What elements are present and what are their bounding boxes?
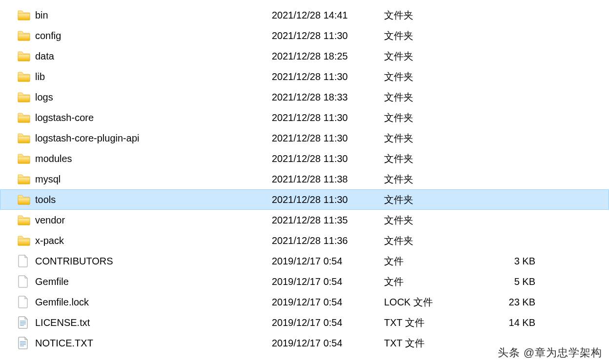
file-row[interactable]: Gemfile.lock2019/12/17 0:54LOCK 文件23 KB <box>0 292 609 312</box>
file-name: logstash-core <box>35 112 272 123</box>
folder-icon <box>18 10 30 20</box>
file-size: 3 KB <box>496 256 540 267</box>
file-date: 2021/12/28 11:30 <box>272 112 384 123</box>
file-name: LICENSE.txt <box>35 317 272 328</box>
file-date: 2021/12/28 18:33 <box>272 92 384 103</box>
file-row[interactable]: x-pack2021/12/28 11:36文件夹 <box>0 230 609 251</box>
file-row[interactable]: modules2021/12/28 11:30文件夹 <box>0 148 609 169</box>
folder-icon <box>18 174 30 184</box>
file-date: 2021/12/28 11:30 <box>272 133 384 144</box>
file-icon <box>18 296 28 308</box>
file-row[interactable]: tools2021/12/28 11:30文件夹 <box>0 189 609 210</box>
file-row[interactable]: CONTRIBUTORS2019/12/17 0:54文件3 KB <box>0 251 609 271</box>
file-date: 2021/12/28 14:41 <box>272 10 384 21</box>
icon-cell <box>18 316 35 329</box>
file-date: 2021/12/28 11:36 <box>272 235 384 246</box>
file-type: 文件夹 <box>384 70 496 83</box>
file-name: lib <box>35 71 272 82</box>
file-row[interactable]: data2021/12/28 18:25文件夹 <box>0 46 609 66</box>
file-date: 2019/12/17 0:54 <box>272 256 384 267</box>
file-date: 2021/12/28 11:30 <box>272 194 384 205</box>
file-type: 文件夹 <box>384 50 496 63</box>
file-row[interactable]: lib2021/12/28 11:30文件夹 <box>0 66 609 87</box>
icon-cell <box>18 71 35 82</box>
file-name: modules <box>35 153 272 164</box>
file-name: vendor <box>35 215 272 226</box>
file-type: 文件夹 <box>384 214 496 227</box>
icon-cell <box>18 275 35 288</box>
icon-cell <box>18 296 35 308</box>
folder-icon <box>18 30 30 41</box>
file-type: 文件 <box>384 255 496 268</box>
icon-cell <box>18 51 35 61</box>
folder-icon <box>18 51 30 61</box>
file-name: Gemfile <box>35 276 272 287</box>
file-icon <box>18 255 28 267</box>
folder-icon <box>18 71 30 82</box>
folder-icon <box>18 194 30 205</box>
file-size: 14 KB <box>496 317 540 328</box>
txt-file-icon <box>18 337 28 349</box>
file-row[interactable]: LICENSE.txt2019/12/17 0:54TXT 文件14 KB <box>0 312 609 333</box>
icon-cell <box>18 235 35 246</box>
file-row[interactable]: vendor2021/12/28 11:35文件夹 <box>0 210 609 230</box>
folder-icon <box>18 235 30 246</box>
file-row[interactable]: mysql2021/12/28 11:38文件夹 <box>0 169 609 189</box>
file-size: 5 KB <box>496 276 540 287</box>
file-type: 文件夹 <box>384 173 496 186</box>
file-type: 文件 <box>384 275 496 288</box>
file-type: 文件夹 <box>384 193 496 206</box>
file-name: data <box>35 51 272 62</box>
file-type: LOCK 文件 <box>384 296 496 309</box>
folder-icon <box>18 133 30 143</box>
file-row[interactable]: bin2021/12/28 14:41文件夹 <box>0 5 609 25</box>
file-name: Gemfile.lock <box>35 297 272 308</box>
folder-icon <box>18 92 30 102</box>
folder-icon <box>18 112 30 123</box>
file-name: tools <box>35 194 272 205</box>
file-type: 文件夹 <box>384 234 496 247</box>
icon-cell <box>18 112 35 123</box>
icon-cell <box>18 194 35 205</box>
file-type: 文件夹 <box>384 91 496 104</box>
file-date: 2019/12/17 0:54 <box>272 338 384 349</box>
file-name: CONTRIBUTORS <box>35 256 272 267</box>
file-type: 文件夹 <box>384 132 496 145</box>
file-type: 文件夹 <box>384 9 496 22</box>
folder-icon <box>18 215 30 225</box>
folder-icon <box>18 153 30 164</box>
file-list[interactable]: bin2021/12/28 14:41文件夹 config2021/12/28 … <box>0 0 609 353</box>
file-name: NOTICE.TXT <box>35 338 272 349</box>
txt-file-icon <box>18 316 28 329</box>
file-type: TXT 文件 <box>384 316 496 329</box>
file-row[interactable]: Gemfile2019/12/17 0:54文件5 KB <box>0 271 609 292</box>
icon-cell <box>18 215 35 225</box>
file-row[interactable]: config2021/12/28 11:30文件夹 <box>0 25 609 46</box>
file-name: logs <box>35 92 272 103</box>
file-row[interactable]: logstash-core2021/12/28 11:30文件夹 <box>0 107 609 128</box>
file-row[interactable]: logs2021/12/28 18:33文件夹 <box>0 87 609 107</box>
file-name: logstash-core-plugin-api <box>35 133 272 144</box>
file-type: 文件夹 <box>384 29 496 42</box>
file-name: mysql <box>35 174 272 185</box>
file-row[interactable]: logstash-core-plugin-api2021/12/28 11:30… <box>0 128 609 148</box>
file-date: 2021/12/28 11:30 <box>272 71 384 82</box>
file-type: TXT 文件 <box>384 337 496 350</box>
file-date: 2021/12/28 18:25 <box>272 51 384 62</box>
file-type: 文件夹 <box>384 152 496 165</box>
file-size: 23 KB <box>496 297 540 308</box>
icon-cell <box>18 337 35 349</box>
icon-cell <box>18 92 35 102</box>
file-icon <box>18 275 28 288</box>
icon-cell <box>18 133 35 143</box>
watermark-text: 头条 @章为忠学架构 <box>496 344 604 361</box>
icon-cell <box>18 10 35 20</box>
icon-cell <box>18 153 35 164</box>
file-date: 2021/12/28 11:30 <box>272 30 384 41</box>
file-type: 文件夹 <box>384 111 496 124</box>
icon-cell <box>18 30 35 41</box>
file-date: 2021/12/28 11:35 <box>272 215 384 226</box>
file-name: x-pack <box>35 235 272 246</box>
file-date: 2019/12/17 0:54 <box>272 276 384 287</box>
icon-cell <box>18 255 35 267</box>
